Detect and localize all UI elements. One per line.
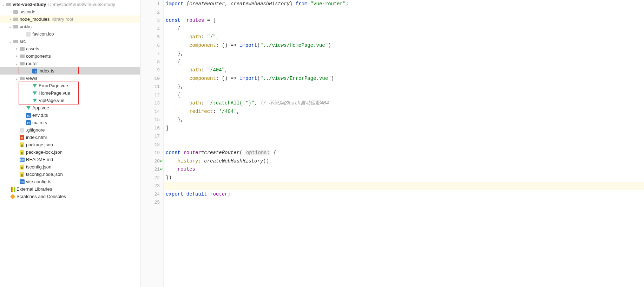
chevron-down-icon[interactable]: ⌄	[8, 39, 13, 43]
ts-icon: TS	[19, 179, 25, 184]
tree-item-scratchesandconsoles[interactable]: Scratches and Consoles	[0, 193, 140, 200]
code-line[interactable]: path: "/404",	[164, 66, 644, 75]
line-number: 3	[140, 17, 163, 25]
folder-icon	[19, 62, 25, 66]
code-line[interactable]: component: () => import("../views/HomePa…	[164, 42, 644, 50]
svg-rect-4	[26, 32, 31, 37]
code-line[interactable]	[164, 8, 644, 17]
code-line[interactable]: })	[164, 174, 644, 182]
code-line[interactable]: history: createWebHashHistory(),	[164, 157, 644, 166]
json-icon: {}	[19, 165, 25, 170]
svg-marker-12	[33, 84, 37, 88]
line-number: 24	[140, 190, 163, 199]
tree-item-label: Scratches and Consoles	[17, 194, 66, 199]
code-line[interactable]	[164, 141, 644, 149]
chevron-right-icon[interactable]: ›	[8, 10, 13, 14]
line-number: 12	[140, 91, 163, 100]
chevron-right-icon[interactable]: ›	[14, 54, 19, 58]
tree-item-tsconfigjson[interactable]: {}tsconfig.json	[0, 163, 140, 171]
chevron-down-icon[interactable]: ⌄	[8, 25, 13, 28]
folder-icon	[13, 25, 19, 29]
folder-icon	[19, 47, 25, 51]
code-area[interactable]: import {createRouter, createWebHashHisto…	[164, 0, 644, 287]
tree-root[interactable]: ⌄ vite-vue3-studyD:\myCode\Vue3\vite-vue…	[0, 1, 140, 8]
tree-item-tsconfignodejson[interactable]: {}tsconfig.node.json	[0, 171, 140, 178]
svg-text:{}: {}	[21, 173, 23, 177]
line-number: 2	[140, 8, 163, 17]
svg-text:{}: {}	[21, 144, 23, 147]
tree-item-assets[interactable]: ›assets	[0, 45, 140, 52]
tree-item-router[interactable]: ⌄router	[0, 60, 140, 67]
tree-item-vippagevue[interactable]: VipPage.vue	[0, 97, 140, 104]
gutter: 1234567891011121314151617181920●↑21●↑222…	[140, 0, 164, 287]
code-line[interactable]: {	[164, 58, 644, 66]
code-line[interactable]	[164, 182, 644, 190]
tree-item-gitignore[interactable]: .gitignore	[0, 126, 140, 134]
line-number: 25	[140, 198, 163, 207]
chevron-down-icon[interactable]: ⌄	[1, 2, 6, 6]
line-number: 10	[140, 75, 163, 83]
tree-item-viteconfigts[interactable]: TSvite.config.ts	[0, 178, 140, 185]
tree-item-homepagevue[interactable]: HomePage.vue	[0, 89, 140, 97]
tree-item-vscode[interactable]: ›.vscode	[0, 8, 140, 15]
code-line[interactable]: const router=createRouter( options: {	[164, 149, 644, 157]
chevron-down-icon[interactable]: ⌄	[14, 62, 19, 65]
svg-rect-6	[20, 47, 25, 51]
tree-item-externallibraries[interactable]: External Libraries	[0, 185, 140, 193]
folder-icon	[6, 2, 12, 7]
code-line[interactable]: import {createRouter, createWebHashHisto…	[164, 0, 644, 8]
json-icon: {}	[19, 172, 25, 177]
code-line[interactable]: export default router;	[164, 190, 644, 199]
tree-item-components[interactable]: ›components	[0, 52, 140, 60]
code-line[interactable]: component: () => import("../views/ErrorP…	[164, 75, 644, 83]
line-number: 22	[140, 174, 163, 182]
code-line[interactable]: routes	[164, 165, 644, 174]
tree-item-label: env.d.ts	[32, 113, 48, 118]
ts-icon: TS	[25, 120, 32, 125]
code-line[interactable]: },	[164, 116, 644, 124]
tree-item-appvue[interactable]: App.vue	[0, 104, 140, 111]
tree-item-views[interactable]: ⌄views	[0, 75, 140, 82]
line-number: 14	[140, 108, 163, 116]
code-line[interactable]: redirect: '/404',	[164, 108, 644, 116]
tree-item-indexhtml[interactable]: Hindex.html	[0, 134, 140, 141]
tree-item-label: favicon.ico	[32, 31, 54, 37]
file-icon	[19, 128, 25, 133]
svg-rect-20	[20, 128, 24, 133]
tree-item-maints[interactable]: TSmain.ts	[0, 119, 140, 126]
vue-icon	[32, 91, 38, 96]
vue-icon	[32, 83, 38, 88]
code-line[interactable]	[164, 132, 644, 141]
code-line[interactable]: ]	[164, 124, 644, 133]
line-number: 15	[140, 116, 163, 124]
code-editor[interactable]: 1234567891011121314151617181920●↑21●↑222…	[140, 0, 644, 287]
code-line[interactable]: const routes = [	[164, 17, 644, 25]
file-tree[interactable]: ⌄ vite-vue3-studyD:\myCode\Vue3\vite-vue…	[0, 0, 140, 287]
tree-item-indexts[interactable]: TSindex.ts	[0, 67, 140, 75]
code-line[interactable]	[164, 198, 644, 207]
tree-item-nodemodules[interactable]: ›node_moduleslibrary root	[0, 15, 140, 23]
code-line[interactable]: },	[164, 83, 644, 91]
tree-item-packagelockjson[interactable]: {}package-lock.json	[0, 148, 140, 156]
svg-rect-1	[13, 10, 18, 14]
svg-rect-8	[20, 62, 25, 65]
chevron-right-icon[interactable]: ›	[8, 17, 13, 21]
tree-item-src[interactable]: ⌄src	[0, 38, 140, 45]
code-line[interactable]: path: "/",	[164, 33, 644, 42]
tree-item-label: App.vue	[32, 105, 49, 110]
chevron-right-icon[interactable]: ›	[14, 47, 19, 51]
tree-item-readmemd[interactable]: MDREADME.md	[0, 156, 140, 163]
code-line[interactable]: {	[164, 25, 644, 33]
tree-item-faviconico[interactable]: favicon.ico	[0, 30, 140, 38]
tree-item-public[interactable]: ⌄public	[0, 23, 140, 30]
tree-item-packagejson[interactable]: {}package.json	[0, 141, 140, 148]
svg-marker-13	[33, 91, 37, 95]
chevron-down-icon[interactable]: ⌄	[14, 76, 19, 80]
code-line[interactable]: },	[164, 50, 644, 58]
tree-item-errorpagevue[interactable]: ErrorPage.vue	[0, 82, 140, 89]
tree-item-envdts[interactable]: TSenv.d.ts	[0, 111, 140, 119]
tree-root-label: vite-vue3-studyD:\myCode\Vue3\vite-vue3-…	[13, 2, 115, 7]
code-line[interactable]: {	[164, 91, 644, 100]
lib-icon	[9, 187, 16, 192]
code-line[interactable]: path: "/:catchAll(.*)", // 不识别的path自动匹配4…	[164, 99, 644, 108]
